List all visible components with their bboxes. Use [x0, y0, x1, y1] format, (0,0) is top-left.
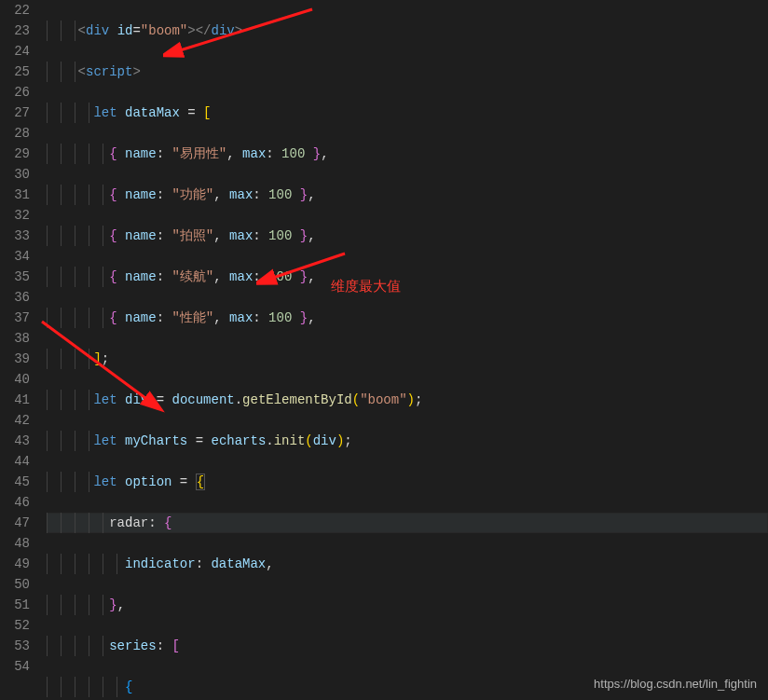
line-number: 45 — [9, 472, 30, 492]
code-line[interactable]: radar: { — [47, 513, 768, 533]
line-number: 32 — [9, 205, 30, 226]
line-number: 44 — [9, 451, 30, 472]
line-number: 24 — [9, 41, 30, 62]
line-number: 46 — [9, 492, 30, 513]
code-editor[interactable]: 22 23 24 25 26 27 28 29 30 31 32 33 34 3… — [0, 0, 768, 700]
code-line[interactable]: }, — [47, 595, 768, 615]
code-line[interactable]: let div = document.getElementById("boom"… — [47, 390, 768, 410]
annotation-label: 维度最大值 — [331, 276, 401, 296]
code-area[interactable]: <div id="boom"></div> <script> let dataM… — [47, 0, 768, 700]
watermark-text: https://blog.csdn.net/lin_fightin — [594, 674, 757, 694]
code-line[interactable]: let myCharts = echarts.init(div); — [47, 431, 768, 451]
line-number: 53 — [9, 636, 30, 656]
line-number: 42 — [9, 410, 30, 431]
code-line[interactable]: <script> — [47, 62, 768, 82]
code-line[interactable]: { name: "续航", max: 100 }, — [47, 267, 768, 287]
code-line[interactable]: indicator: dataMax, — [47, 554, 768, 574]
code-line[interactable]: <div id="boom"></div> — [47, 21, 768, 41]
line-number: 40 — [9, 369, 30, 390]
line-number: 47 — [9, 513, 30, 533]
line-number: 52 — [9, 615, 30, 636]
code-line[interactable]: { name: "易用性", max: 100 }, — [47, 144, 768, 164]
line-number: 26 — [9, 82, 30, 103]
line-number: 43 — [9, 431, 30, 451]
line-number: 29 — [9, 144, 30, 164]
code-line[interactable]: { name: "性能", max: 100 }, — [47, 308, 768, 328]
line-number: 31 — [9, 185, 30, 205]
line-number-gutter: 22 23 24 25 26 27 28 29 30 31 32 33 34 3… — [0, 0, 47, 700]
line-number: 36 — [9, 287, 30, 308]
code-line[interactable]: { name: "功能", max: 100 }, — [47, 185, 768, 205]
code-line[interactable]: { name: "拍照", max: 100 }, — [47, 226, 768, 246]
line-number: 49 — [9, 554, 30, 574]
code-line[interactable]: let dataMax = [ — [47, 103, 768, 123]
line-number: 37 — [9, 308, 30, 328]
line-number: 48 — [9, 533, 30, 554]
code-line[interactable]: ]; — [47, 349, 768, 369]
line-number: 39 — [9, 349, 30, 369]
line-number: 28 — [9, 123, 30, 144]
line-number: 33 — [9, 226, 30, 246]
line-number: 51 — [9, 595, 30, 615]
line-number: 50 — [9, 574, 30, 595]
line-number: 35 — [9, 267, 30, 287]
line-number: 22 — [9, 0, 30, 21]
line-number: 30 — [9, 164, 30, 185]
line-number: 41 — [9, 390, 30, 410]
code-line[interactable]: let option = { — [47, 472, 768, 492]
line-number: 23 — [9, 21, 30, 41]
line-number: 34 — [9, 246, 30, 267]
line-number: 25 — [9, 62, 30, 82]
line-number: 27 — [9, 103, 30, 123]
code-line[interactable]: series: [ — [47, 636, 768, 656]
line-number: 38 — [9, 328, 30, 349]
line-number: 54 — [9, 656, 30, 677]
